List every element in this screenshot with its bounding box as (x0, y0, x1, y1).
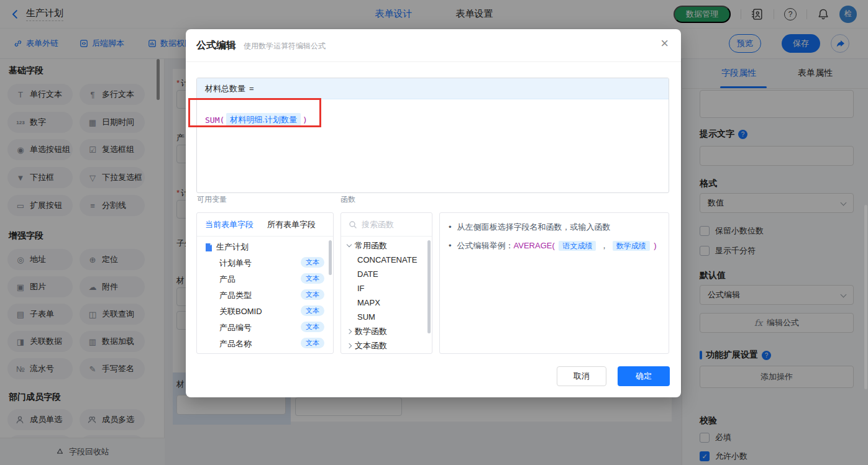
type-badge: 文本 (301, 273, 324, 284)
function-group-text[interactable]: 文本函数 (341, 338, 432, 353)
example-field-chip: 数学成绩 (613, 241, 650, 251)
example-field-chip: 语文成绩 (559, 241, 596, 251)
type-badge: 文本 (301, 257, 324, 268)
chevron-right-icon (347, 343, 352, 348)
chevron-down-icon (347, 242, 352, 247)
variables-tree-root[interactable]: 生产计划 (197, 239, 333, 255)
variable-row[interactable]: 计划单号文本 (197, 255, 333, 271)
example-close-paren: ) (654, 241, 656, 250)
type-badge: 文本 (301, 338, 324, 348)
type-badge: 文本 (301, 289, 324, 300)
form-document-icon (205, 243, 212, 251)
tab-current-form-fields[interactable]: 当前表单字段 (205, 219, 254, 230)
functions-scrollbar[interactable] (427, 240, 431, 333)
function-group-common[interactable]: 常用函数 (341, 238, 432, 253)
function-search-input[interactable] (362, 220, 421, 229)
formula-field-chip[interactable]: 材料明细.计划数量 (226, 113, 301, 127)
formula-function-open: SUM( (205, 115, 224, 125)
tip-line-2: • 公式编辑举例：AVERAGE( 语文成绩 ， 数学成绩 ) (449, 239, 660, 253)
formula-function-close: ) (303, 115, 308, 125)
formula-help-panel: • 从左侧面板选择字段名和函数，或输入函数 • 公式编辑举例：AVERAGE( … (439, 212, 669, 354)
variables-section-label: 可用变量 (197, 194, 227, 205)
close-icon[interactable]: × (660, 37, 669, 50)
chevron-right-icon (347, 328, 352, 333)
tab-all-form-fields[interactable]: 所有表单字段 (267, 219, 316, 230)
function-search[interactable] (341, 213, 432, 237)
variables-panel: 当前表单字段 所有表单字段 生产计划 计划单号文本 产品文本 产品类型文本 关联… (196, 212, 334, 354)
function-item[interactable]: CONCATENATE (341, 253, 432, 267)
bullet-icon: • (449, 239, 452, 253)
search-icon (349, 220, 357, 229)
formula-target-field: 材料总数量 (205, 83, 245, 94)
function-item[interactable]: SUM (341, 310, 432, 324)
formula-expression[interactable]: SUM( 材料明细.计划数量 ) (197, 99, 669, 140)
variable-row[interactable]: 产品编号文本 (197, 320, 333, 336)
confirm-button[interactable]: 确定 (618, 366, 670, 386)
type-badge: 文本 (301, 305, 324, 316)
tip-line-1: • 从左侧面板选择字段名和函数，或输入函数 (449, 220, 660, 234)
example-comma: ， (600, 241, 608, 250)
function-item[interactable]: IF (341, 281, 432, 296)
modal-title: 公式编辑 (196, 39, 236, 52)
variable-row[interactable]: 文本 (197, 352, 333, 354)
modal-subtitle: 使用数学运算符编辑公式 (244, 41, 326, 52)
function-group-math[interactable]: 数学函数 (341, 324, 432, 338)
variable-row[interactable]: 产品名称文本 (197, 336, 333, 352)
app: 生产计划 表单设计 表单设置 数据管理 ? 检 表单外链 (0, 0, 868, 465)
variables-scrollbar[interactable] (329, 240, 332, 275)
functions-panel: 常用函数 CONCATENATE DATE IF MAPX SUM 数学函数 文… (340, 212, 432, 354)
type-badge: 文本 (301, 322, 324, 332)
bullet-icon: • (449, 220, 452, 234)
variable-row[interactable]: 产品类型文本 (197, 287, 333, 304)
variable-row[interactable]: 关联BOMID文本 (197, 304, 333, 320)
formula-target-row: 材料总数量 = (197, 78, 669, 99)
functions-section-label: 函数 (340, 194, 355, 205)
function-item[interactable]: MAPX (341, 296, 432, 310)
function-item[interactable]: DATE (341, 267, 432, 281)
example-prefix: 公式编辑举例：AVERAGE( (457, 241, 555, 250)
formula-equals: = (249, 84, 254, 93)
page-scrollbar[interactable] (864, 205, 867, 389)
formula-editor-box[interactable]: 材料总数量 = SUM( 材料明细.计划数量 ) (196, 78, 669, 193)
variable-row[interactable]: 产品文本 (197, 271, 333, 287)
cancel-button[interactable]: 取消 (557, 366, 606, 386)
modal-header-divider (186, 61, 681, 62)
formula-editor-modal: 公式编辑 使用数学运算符编辑公式 × 材料总数量 = SUM( 材料明细.计划数… (186, 29, 681, 397)
